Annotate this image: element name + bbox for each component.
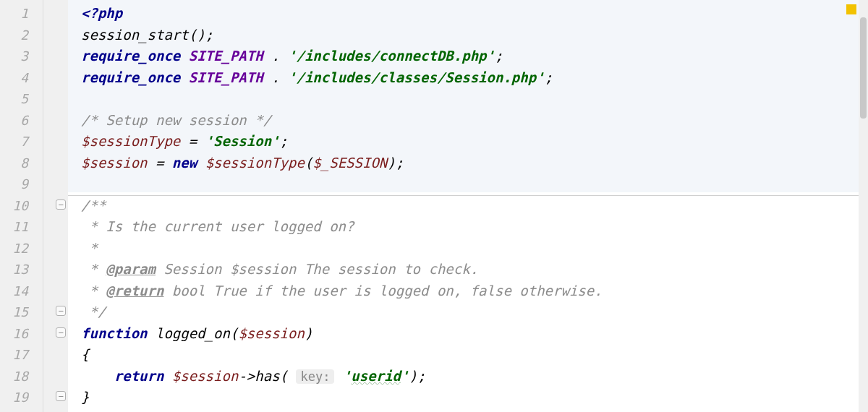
line-number: 11 xyxy=(0,216,43,238)
fold-toggle-icon[interactable] xyxy=(56,306,66,316)
line-number: 9 xyxy=(0,173,43,195)
line-number: 13 xyxy=(0,259,43,280)
line-number: 3 xyxy=(0,46,43,67)
line-number: 8 xyxy=(0,153,43,174)
line-number-gutter: 1 2 3 4 5 6 7 8 9 10 11 12 13 14 15 16 1… xyxy=(0,0,43,412)
warning-marker-icon[interactable] xyxy=(846,4,856,14)
code-line: require_once SITE_PATH . '/includes/conn… xyxy=(81,46,868,67)
parameter-hint: key: xyxy=(296,369,334,384)
line-number: 19 xyxy=(0,387,43,408)
line-number: 16 xyxy=(0,323,43,345)
code-line: require_once SITE_PATH . '/includes/clas… xyxy=(81,67,868,89)
code-line: /* Setup new session */ xyxy=(81,110,868,132)
line-number: 17 xyxy=(0,344,43,366)
scrollbar-thumb[interactable] xyxy=(860,17,867,119)
code-line: * @return bool True if the user is logge… xyxy=(81,280,868,302)
line-number: 5 xyxy=(0,88,43,110)
fold-gutter xyxy=(43,0,68,412)
code-line xyxy=(81,88,868,110)
line-number: 18 xyxy=(0,366,43,387)
code-line: session_start(); xyxy=(81,25,868,46)
fold-toggle-icon[interactable] xyxy=(56,199,66,210)
code-line: */ xyxy=(81,301,868,323)
line-number: 2 xyxy=(0,25,43,46)
code-line: * xyxy=(81,238,868,259)
code-line: $session = new $sessionType($_SESSION); xyxy=(81,153,868,174)
line-number: 4 xyxy=(0,67,43,89)
code-area[interactable]: <?php session_start(); require_once SITE… xyxy=(68,0,868,412)
code-line: /** xyxy=(81,195,868,217)
code-line: $sessionType = 'Session'; xyxy=(81,131,868,153)
line-number: 6 xyxy=(0,110,43,132)
code-line: } xyxy=(81,387,868,408)
code-line: { xyxy=(81,344,868,366)
line-number: 14 xyxy=(0,280,43,302)
code-line: return $session->has( key: 'userid'); xyxy=(81,366,868,387)
line-number: 15 xyxy=(0,301,43,323)
line-number: 10 xyxy=(0,195,43,217)
code-editor[interactable]: 1 2 3 4 5 6 7 8 9 10 11 12 13 14 15 16 1… xyxy=(0,0,868,412)
code-line: * @param Session $session The session to… xyxy=(81,259,868,280)
line-number: 7 xyxy=(0,131,43,153)
code-line xyxy=(81,173,868,195)
line-number: 12 xyxy=(0,238,43,259)
vertical-scrollbar[interactable] xyxy=(859,0,868,412)
fold-toggle-icon[interactable] xyxy=(56,327,66,338)
fold-toggle-icon[interactable] xyxy=(56,391,66,401)
code-line: * Is the current user logged on? xyxy=(81,216,868,238)
code-line: function logged_on($session) xyxy=(81,323,868,345)
code-line: <?php xyxy=(81,3,868,25)
method-separator xyxy=(68,195,868,196)
line-number: 1 xyxy=(0,3,43,25)
